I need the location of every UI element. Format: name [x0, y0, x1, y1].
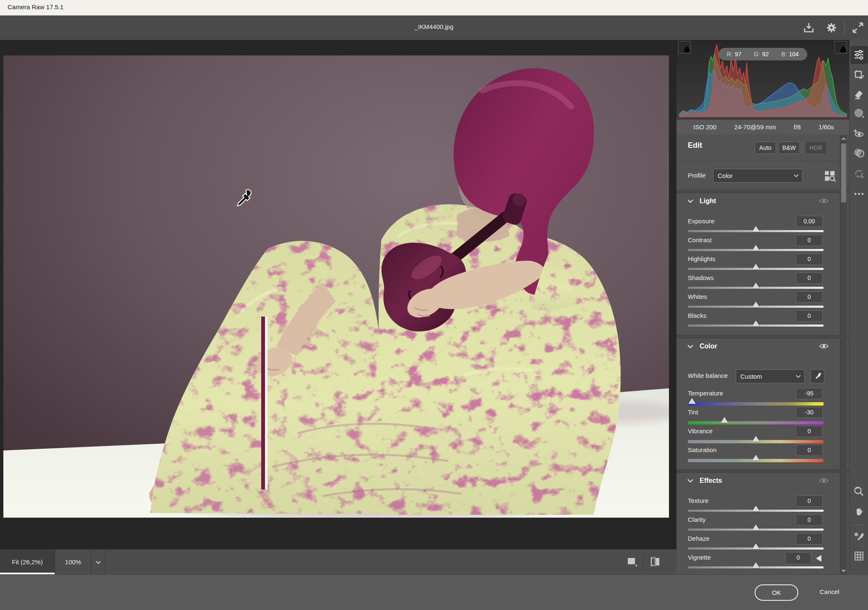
view-mode-icon[interactable] [626, 555, 638, 568]
settings-gear-icon[interactable] [825, 21, 838, 34]
slider-row-vignette: Vignette0 [677, 552, 849, 571]
expand-left-icon[interactable] [816, 555, 821, 562]
slider-track[interactable] [688, 230, 823, 232]
heal-tool-icon[interactable] [853, 89, 865, 100]
slider-value-field[interactable]: 0 [796, 254, 823, 265]
slider-thumb[interactable] [752, 505, 760, 511]
app-title: Camera Raw 17.5.1 [8, 3, 63, 10]
cancel-button[interactable]: Cancel [820, 588, 839, 595]
slider-value-field[interactable]: 0 [796, 514, 823, 526]
hdr-button[interactable]: HDR [805, 141, 827, 154]
ok-button[interactable]: OK [755, 584, 798, 601]
slider-thumb[interactable] [752, 524, 760, 530]
profile-select[interactable]: Color [713, 169, 802, 183]
slider-value-field[interactable]: 0 [796, 495, 823, 507]
slider-track[interactable] [688, 459, 823, 462]
slider-thumb[interactable] [752, 226, 760, 232]
slider-label: Vibrance [688, 427, 713, 435]
slider-value-field[interactable]: 0 [796, 272, 823, 284]
profile-browser-icon[interactable] [823, 170, 836, 182]
bw-button[interactable]: B&W [778, 141, 800, 154]
slider-track[interactable] [688, 287, 823, 289]
slider-thumb[interactable] [752, 245, 760, 251]
slider-thumb[interactable] [752, 543, 760, 549]
shadow-clipping-toggle[interactable] [678, 41, 691, 54]
slider-track[interactable] [688, 402, 823, 406]
hand-tool-icon[interactable] [853, 507, 865, 518]
sync-settings-icon[interactable] [853, 168, 865, 179]
slider-track[interactable] [688, 529, 823, 531]
crop-tool-icon[interactable] [853, 69, 865, 81]
profile-row: Profile Color [677, 161, 849, 190]
chevron-down-icon[interactable] [687, 344, 694, 348]
tab-100-zoom[interactable]: 100% [55, 550, 91, 574]
grid-overlay-icon[interactable] [853, 550, 865, 562]
slider-value-field[interactable]: 0,00 [796, 216, 823, 227]
chevron-down-icon[interactable] [687, 479, 694, 483]
more-options-icon[interactable] [853, 192, 865, 196]
white-balance-eyedropper-button[interactable] [810, 369, 824, 383]
zoombar-separator [105, 550, 105, 574]
slider-track[interactable] [688, 547, 823, 550]
visibility-eye-icon[interactable] [819, 477, 829, 484]
slider-track[interactable] [688, 440, 823, 443]
highlight-clipping-toggle[interactable] [834, 41, 847, 54]
slider-value-field[interactable]: 0 [796, 426, 823, 437]
slider-track[interactable] [688, 510, 823, 512]
slider-value-field[interactable]: -95 [796, 388, 823, 399]
auto-button[interactable]: Auto [755, 141, 776, 154]
slider-value-field[interactable]: 0 [796, 291, 823, 303]
panel-scrollbar[interactable] [840, 135, 847, 574]
zoom-tool-icon[interactable] [853, 486, 865, 497]
scroll-down-icon[interactable] [841, 568, 847, 573]
slider-row-saturation: Saturation0 [677, 445, 849, 463]
slider-thumb[interactable] [752, 455, 760, 461]
rgb-readout: R:97 G:92 B:104 [719, 48, 807, 60]
visibility-eye-icon[interactable] [819, 343, 829, 349]
chevron-down-icon[interactable] [687, 199, 694, 203]
white-balance-dropper-icon[interactable] [853, 531, 865, 542]
image-canvas[interactable] [0, 40, 677, 549]
slider-track[interactable] [688, 566, 823, 568]
edit-tool-icon[interactable] [851, 46, 868, 64]
slider-row-whites: Whites0 [677, 291, 849, 310]
slider-thumb[interactable] [721, 417, 728, 423]
slider-track[interactable] [688, 268, 823, 270]
slider-thumb[interactable] [752, 320, 760, 326]
before-after-icon[interactable] [649, 555, 662, 568]
photo-preview[interactable] [3, 55, 669, 518]
zoom-level-dropdown[interactable] [92, 550, 105, 574]
slider-thumb[interactable] [752, 562, 760, 568]
tab-fit-zoom[interactable]: Fit (26,2%) [0, 550, 55, 574]
slider-track[interactable] [688, 325, 823, 327]
file-name: _IKM4400.jpg [0, 23, 868, 30]
slider-thumb[interactable] [752, 264, 760, 270]
masking-tool-icon[interactable] [853, 107, 865, 119]
visibility-eye-icon[interactable] [819, 198, 829, 204]
slider-track[interactable] [688, 249, 823, 251]
slider-thumb[interactable] [688, 398, 696, 404]
slider-thumb[interactable] [752, 301, 760, 307]
slider-label: Clarity [688, 516, 706, 523]
presets-tool-icon[interactable] [853, 147, 865, 159]
red-eye-tool-icon[interactable] [853, 128, 865, 139]
iso-value: ISO 200 [693, 123, 716, 131]
slider-thumb[interactable] [752, 436, 760, 442]
slider-value-field[interactable]: -30 [796, 407, 823, 418]
fullscreen-icon[interactable] [851, 21, 865, 34]
slider-value-field[interactable]: 0 [796, 235, 823, 246]
slider-value-field[interactable]: 0 [785, 552, 811, 564]
slider-value-field[interactable]: 0 [796, 533, 823, 545]
profile-label: Profile [688, 172, 706, 179]
slider-label: Tint [688, 408, 698, 416]
header-separator [844, 21, 845, 35]
slider-value-field[interactable]: 0 [796, 445, 823, 456]
slider-track[interactable] [688, 306, 823, 308]
slider-value-field[interactable]: 0 [796, 310, 823, 322]
slider-track[interactable] [688, 421, 823, 424]
white-balance-select[interactable]: Custom [736, 369, 805, 383]
save-download-icon[interactable] [802, 21, 816, 34]
slider-thumb[interactable] [752, 283, 760, 288]
scroll-up-icon[interactable] [841, 136, 847, 142]
scrollbar-thumb[interactable] [841, 144, 846, 202]
